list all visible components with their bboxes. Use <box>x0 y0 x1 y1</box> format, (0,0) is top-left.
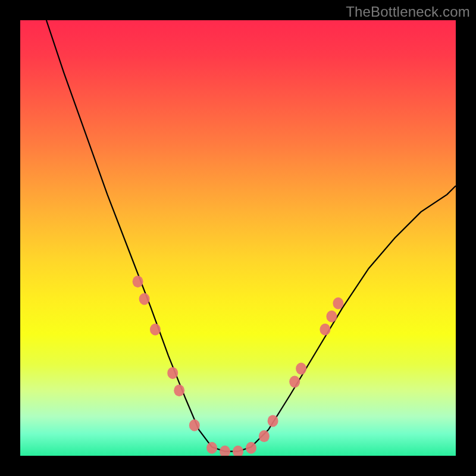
data-marker <box>296 363 306 375</box>
data-marker <box>233 446 243 456</box>
bottleneck-curve <box>46 20 456 452</box>
chart-svg <box>20 20 456 456</box>
plot-area <box>20 20 456 456</box>
data-marker <box>268 415 278 427</box>
chart-frame: TheBottleneck.com <box>0 0 476 476</box>
data-marker <box>289 376 300 388</box>
data-marker <box>326 311 337 322</box>
data-marker <box>259 430 270 442</box>
data-marker <box>320 324 330 336</box>
watermark-text: TheBottleneck.com <box>346 4 470 20</box>
curve-markers <box>133 275 344 456</box>
data-marker <box>246 442 256 454</box>
data-marker <box>333 298 343 309</box>
data-marker <box>189 419 200 431</box>
data-marker <box>167 367 178 379</box>
data-marker <box>139 293 150 305</box>
data-marker <box>220 446 230 456</box>
data-marker <box>133 275 143 287</box>
data-marker <box>206 442 217 454</box>
data-marker <box>150 324 161 336</box>
data-marker <box>174 384 184 396</box>
